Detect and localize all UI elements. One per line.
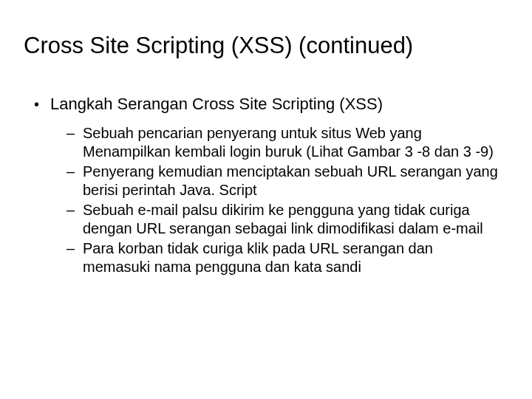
sub-text: Para korban tidak curiga klik pada URL s…	[83, 239, 499, 276]
sub-item: – Penyerang kemudian menciptakan sebuah …	[66, 163, 499, 200]
content-area: • Langkah Serangan Cross Site Scripting …	[34, 95, 499, 276]
sub-text: Sebuah pencarian penyerang untuk situs W…	[83, 124, 499, 161]
slide-title: Cross Site Scripting (XSS) (continued)	[24, 33, 532, 59]
sub-item: – Sebuah pencarian penyerang untuk situs…	[66, 124, 499, 161]
bullet-text: Langkah Serangan Cross Site Scripting (X…	[50, 95, 383, 114]
slide: Cross Site Scripting (XSS) (continued) •…	[0, 33, 532, 399]
sub-text: Penyerang kemudian menciptakan sebuah UR…	[83, 163, 499, 200]
sub-marker: –	[66, 239, 83, 258]
sub-marker: –	[66, 163, 83, 181]
bullet-marker: •	[34, 95, 50, 114]
sub-marker: –	[66, 201, 83, 219]
sub-text: Sebuah e-mail palsu dikirim ke pengguna …	[83, 201, 499, 238]
sub-marker: –	[66, 124, 83, 143]
sub-item: – Para korban tidak curiga klik pada URL…	[66, 239, 499, 276]
sub-list: – Sebuah pencarian penyerang untuk situs…	[66, 124, 499, 276]
bullet-item: • Langkah Serangan Cross Site Scripting …	[34, 95, 499, 114]
sub-item: – Sebuah e-mail palsu dikirim ke penggun…	[66, 201, 499, 238]
